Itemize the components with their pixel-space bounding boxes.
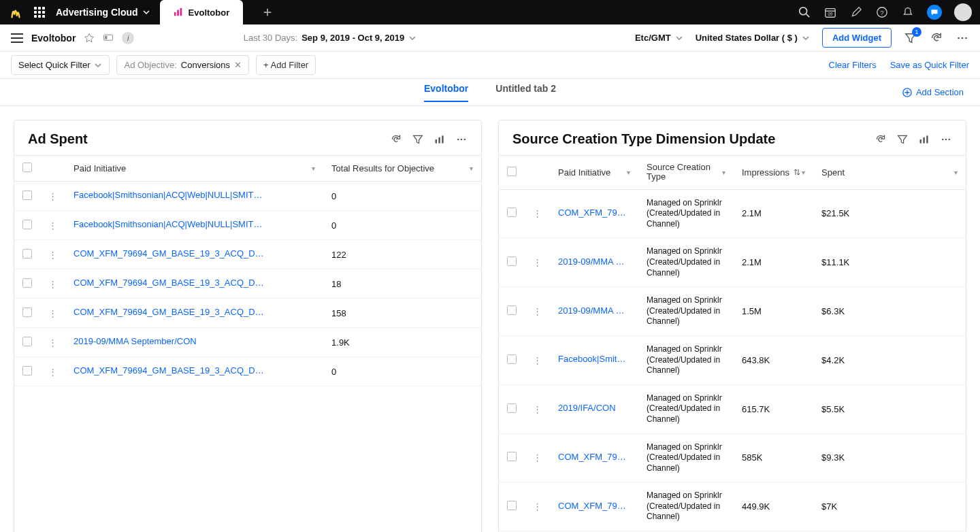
refresh-icon[interactable] <box>930 31 943 45</box>
quick-filter-dropdown[interactable]: Select Quick Filter <box>11 55 110 75</box>
chat-icon[interactable] <box>927 5 942 20</box>
row-menu-icon[interactable]: ⋮ <box>525 384 550 433</box>
paid-initiative-link[interactable]: 2019/IFA/CON <box>558 403 616 413</box>
chevron-down-icon[interactable]: ▾ <box>802 169 805 176</box>
select-all-checkbox[interactable] <box>22 163 32 172</box>
row-checkbox[interactable] <box>22 190 32 200</box>
info-icon[interactable]: i <box>122 32 134 44</box>
currency-label: United States Dollar ( $ ) <box>696 33 798 43</box>
star-icon[interactable] <box>84 33 95 44</box>
row-menu-icon[interactable]: ⋮ <box>40 299 65 328</box>
chevron-down-icon[interactable]: ▾ <box>470 165 473 172</box>
more-icon[interactable] <box>956 31 969 45</box>
sort-icon[interactable] <box>794 169 800 176</box>
add-widget-button[interactable]: Add Widget <box>822 28 892 48</box>
add-tab-button[interactable] <box>258 3 277 22</box>
tab-evoltobor[interactable]: Evoltobor <box>424 83 468 102</box>
help-icon[interactable]: ? <box>875 5 889 19</box>
add-filter-button[interactable]: + Add Filter <box>256 55 316 75</box>
row-checkbox[interactable] <box>507 354 517 364</box>
refresh-icon[interactable] <box>390 133 402 146</box>
more-icon[interactable] <box>455 133 468 146</box>
row-checkbox[interactable] <box>507 403 517 413</box>
sprinklr-logo-icon[interactable] <box>8 5 23 20</box>
paid-initiative-link[interactable]: COM_XFM_7969... <box>558 452 630 462</box>
paid-initiative-link[interactable]: COM_XFM_79694_GM_BASE_19_3_ACQ_DIRECT-A.… <box>74 248 264 259</box>
chart-icon[interactable] <box>918 133 930 146</box>
row-checkbox[interactable] <box>22 337 32 346</box>
bell-icon[interactable] <box>901 5 915 19</box>
filter-chip[interactable]: Ad Objective: Conversions ✕ <box>116 55 249 75</box>
add-section-label: Add Section <box>916 87 964 97</box>
add-section-button[interactable]: Add Section <box>902 87 964 97</box>
row-menu-icon[interactable]: ⋮ <box>40 357 65 386</box>
row-checkbox[interactable] <box>507 207 517 217</box>
refresh-icon[interactable] <box>875 133 887 146</box>
menu-icon[interactable] <box>11 33 23 43</box>
paid-initiative-link[interactable]: Facebook|Smithsonian|ACQ|Web|NULL|SMITH|… <box>74 219 264 229</box>
apps-grid-icon[interactable] <box>33 5 46 19</box>
filter-icon[interactable] <box>896 133 909 146</box>
row-checkbox[interactable] <box>507 501 517 510</box>
more-icon[interactable] <box>940 133 952 146</box>
currency-dropdown[interactable]: United States Dollar ( $ ) <box>696 33 810 43</box>
close-icon[interactable]: ✕ <box>234 60 242 70</box>
row-checkbox[interactable] <box>507 452 517 461</box>
paid-initiative-link[interactable]: 2019-09/MMA Se... <box>558 256 630 267</box>
dashboard: Ad Spent Paid Initiative▾ Total Results … <box>0 106 980 532</box>
row-menu-icon[interactable]: ⋮ <box>525 189 550 238</box>
row-checkbox[interactable] <box>22 249 32 259</box>
paid-initiative-link[interactable]: COM_XFM_79694_GM_BASE_19_3_ACQ_DIRECT-A.… <box>74 365 264 376</box>
timezone-label: Etc/GMT <box>635 33 671 43</box>
brand-dropdown[interactable]: Advertising Cloud <box>56 7 150 18</box>
paid-initiative-link[interactable]: COM_XFM_7969... <box>558 501 630 511</box>
row-menu-icon[interactable]: ⋮ <box>525 287 550 336</box>
paid-initiative-link[interactable]: COM_XFM_7969... <box>558 207 630 218</box>
row-menu-icon[interactable]: ⋮ <box>40 211 65 240</box>
row-menu-icon[interactable]: ⋮ <box>525 482 550 531</box>
row-menu-icon[interactable]: ⋮ <box>525 238 550 287</box>
row-menu-icon[interactable]: ⋮ <box>40 182 65 211</box>
select-all-checkbox[interactable] <box>507 167 517 176</box>
paid-initiative-link[interactable]: Facebook|Smithsonian|ACQ|Web|NULL|SMITH|… <box>74 190 264 200</box>
funnel-icon[interactable]: 1 <box>904 31 917 45</box>
timezone-dropdown[interactable]: Etc/GMT <box>635 33 683 43</box>
row-menu-icon[interactable]: ⋮ <box>40 240 65 269</box>
save-quick-filter-link[interactable]: Save as Quick Filter <box>890 60 969 70</box>
topbar-right: 09 ? <box>798 3 972 21</box>
brand-label: Advertising Cloud <box>56 7 138 18</box>
paid-initiative-link[interactable]: COM_XFM_79694_GM_BASE_19_3_ACQ_DIRECT-A.… <box>74 278 264 288</box>
workspace-tab-active[interactable]: Evoltobor <box>160 0 244 24</box>
row-menu-icon[interactable]: ⋮ <box>525 433 550 482</box>
chevron-down-icon[interactable]: ▾ <box>627 169 630 176</box>
svg-point-11 <box>962 37 964 39</box>
row-menu-icon[interactable]: ⋮ <box>40 328 65 357</box>
chevron-down-icon[interactable]: ▾ <box>312 165 315 172</box>
calendar-icon[interactable]: 09 <box>823 5 837 19</box>
chevron-down-icon[interactable]: ▾ <box>954 169 958 176</box>
avatar[interactable] <box>954 3 972 21</box>
paid-initiative-link[interactable]: 2019-09/MMA Se... <box>558 305 630 316</box>
row-checkbox[interactable] <box>507 305 517 315</box>
search-icon[interactable] <box>798 5 811 19</box>
tab-untitled[interactable]: Untitled tab 2 <box>495 83 556 102</box>
edit-icon[interactable] <box>849 5 863 19</box>
chart-icon[interactable] <box>434 133 446 146</box>
row-checkbox[interactable] <box>22 307 32 317</box>
row-menu-icon[interactable]: ⋮ <box>40 269 65 299</box>
paid-initiative-link[interactable]: COM_XFM_79694_GM_BASE_19_3_ACQ_DIRECT-A.… <box>74 307 264 317</box>
col-header: Total Results for Objective <box>331 163 434 173</box>
screen-icon[interactable] <box>103 33 114 44</box>
clear-filters-link[interactable]: Clear Filters <box>829 60 877 70</box>
paid-initiative-link[interactable]: 2019-09/MMA September/CON <box>74 336 197 346</box>
row-checkbox[interactable] <box>22 366 32 376</box>
paid-initiative-link[interactable]: Facebook|Smiths... <box>558 354 630 364</box>
date-range-picker[interactable]: Last 30 Days: Sep 9, 2019 - Oct 9, 2019 <box>244 33 417 43</box>
table-row: ⋮Facebook|Smithsonian|ACQ|Web|NULL|SMITH… <box>14 182 481 211</box>
row-checkbox[interactable] <box>22 220 32 229</box>
row-checkbox[interactable] <box>507 256 517 266</box>
row-menu-icon[interactable]: ⋮ <box>525 335 550 384</box>
row-checkbox[interactable] <box>22 278 32 288</box>
filter-icon[interactable] <box>412 133 424 146</box>
chevron-down-icon[interactable]: ▾ <box>722 169 725 176</box>
